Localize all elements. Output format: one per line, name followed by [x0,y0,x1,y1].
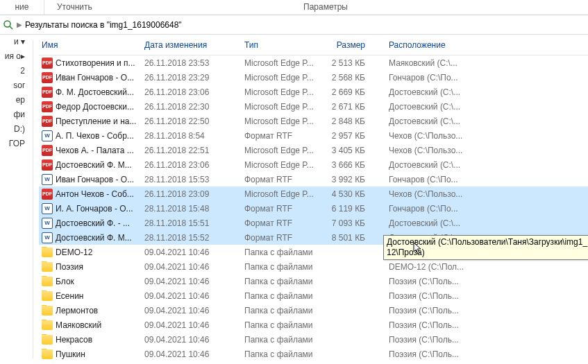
ribbon-tabs: ние Уточнить Параметры [0,0,588,15]
file-loc: Поэзия (C:\Поль... [372,306,588,315]
file-type: Microsoft Edge P... [239,146,322,155]
list-item[interactable]: Достоевский Ф. М...26.11.2018 23:06Micro… [39,157,588,172]
col-size[interactable]: Размер [322,40,372,55]
splitter[interactable] [28,35,39,364]
file-type: Формат RTF [239,204,322,214]
file-type: Microsoft Edge P... [239,189,322,199]
rtf-icon [42,130,53,141]
folder-icon [42,306,53,315]
list-item[interactable]: Ф. М. Достоевский...26.11.2018 23:06Micr… [39,85,588,99]
file-type: Microsoft Edge P... [239,116,322,126]
file-name: Преступление и на... [56,116,136,126]
file-type: Microsoft Edge P... [239,102,322,112]
sidebar-item[interactable]: фи [0,107,28,122]
file-loc: Чехов (C:\Пользо... [372,131,588,141]
file-size: 4 530 КБ [322,189,372,199]
list-item[interactable]: Пушкин09.04.2021 10:46Папка с файламиПоэ… [39,347,588,361]
file-name: Лермонтов [56,306,98,315]
file-name: Иван Гончаров - О... [56,73,134,83]
col-name[interactable]: Имя [39,40,139,55]
file-size: 2 848 КБ [322,116,372,126]
pdf-icon [42,159,53,171]
pdf-icon [42,101,53,112]
list-item[interactable]: Иван Гончаров - О...26.11.2018 23:29Micr… [39,70,588,85]
col-location[interactable]: Расположение [372,40,588,55]
file-size: 2 957 КБ [322,131,372,141]
address-bar[interactable]: ▶ Результаты поиска в "img1_1619006648" [0,15,588,35]
folder-icon [42,291,53,301]
docx-icon [42,203,53,214]
ribbon-tab-partial[interactable]: ние [0,0,44,15]
list-item[interactable]: Преступление и на...26.11.2018 22:50Micr… [39,114,588,128]
sidebar-item[interactable]: и ▾ [0,35,28,49]
file-name: Достоевский Ф. М... [56,160,132,170]
list-item[interactable]: Федор Достоевски...26.11.2018 22:30Micro… [39,99,588,114]
pdf-icon [42,87,53,98]
list-item[interactable]: Антон Чехов - Соб...26.11.2018 23:09Micr… [39,187,588,201]
sidebar-item[interactable]: D:) [0,122,28,137]
list-item[interactable]: А. П. Чехов - Собр...28.11.2018 8:54Форм… [39,128,588,143]
file-date: 28.11.2018 15:51 [139,218,239,228]
file-loc: Поэзия (C:\Поль... [372,335,588,345]
ribbon-tab-options[interactable]: Параметры [187,0,464,15]
folder-icon [42,349,53,359]
file-name: Стихотворения и п... [56,58,135,68]
pdf-icon [42,72,53,83]
file-list[interactable]: Имя Дата изменения Тип Размер Расположен… [39,35,588,364]
file-type: Папка с файлами [239,320,322,330]
file-name: Достоевский Ф. М... [56,233,132,243]
list-item[interactable]: И. А. Гончаров - О...28.11.2018 15:48Фор… [39,201,588,216]
file-loc: Чехов (C:\Пользо... [372,146,588,155]
list-item[interactable]: Иван Гончаров - О...28.11.2018 15:53Форм… [39,172,588,187]
ribbon-tab-refine[interactable]: Уточнить [44,0,187,15]
file-loc: DEMO-12 (C:\Пол... [372,262,588,272]
file-date: 26.11.2018 22:51 [139,146,239,155]
rtf-icon [42,174,53,185]
breadcrumb[interactable]: Результаты поиска в "img1_1619006648" [25,20,182,30]
file-date: 26.11.2018 23:06 [139,87,239,97]
folder-icon [42,262,53,272]
file-loc: Поэзия (C:\Поль... [372,320,588,330]
list-item[interactable]: Лермонтов09.04.2021 10:46Папка с файлами… [39,303,588,318]
col-date[interactable]: Дата изменения [139,40,239,55]
file-name: И. А. Гончаров - О... [56,204,133,214]
file-date: 09.04.2021 10:46 [139,349,239,359]
list-item[interactable]: Чехов А. - Палата ...26.11.2018 22:51Mic… [39,143,588,157]
file-type: Папка с файлами [239,262,322,272]
file-loc: Достоевский (C:\... [372,87,588,97]
list-item[interactable]: Некрасов09.04.2021 10:46Папка с файламиП… [39,332,588,347]
col-type[interactable]: Тип [239,40,322,55]
file-type: Формат RTF [239,233,322,243]
file-name: DEMO-12 [56,248,92,257]
file-date: 09.04.2021 10:46 [139,262,239,272]
list-item[interactable]: Маяковский09.04.2021 10:46Папка с файлам… [39,318,588,332]
file-date: 09.04.2021 10:46 [139,335,239,345]
folder-icon [42,320,53,330]
file-loc: Чехов (C:\Пользо... [372,189,588,199]
file-name: А. П. Чехов - Собр... [56,131,134,141]
sidebar-item[interactable]: ГОР [0,137,28,151]
sidebar-item[interactable]: ер [0,93,28,107]
file-type: Формат RTF [239,175,322,184]
list-item[interactable]: Поэзия09.04.2021 10:46Папка с файламиDEM… [39,259,588,274]
file-name: Антон Чехов - Соб... [56,189,134,199]
folder-icon [42,335,53,345]
file-type: Папка с файлами [239,335,322,345]
list-item[interactable]: Блок09.04.2021 10:46Папка с файламиПоэзи… [39,274,588,288]
sidebar-item[interactable]: 2 [0,64,28,78]
file-name: Маяковский [56,320,101,330]
file-date: 26.11.2018 22:30 [139,102,239,112]
list-item[interactable]: Достоевский Ф. - ...28.11.2018 15:51Форм… [39,216,588,230]
file-size: 3 666 КБ [322,160,372,170]
file-loc: Достоевский (C:\... [372,102,588,112]
list-item[interactable]: Стихотворения и п...26.11.2018 23:53Micr… [39,55,588,70]
sidebar-item[interactable]: ия о▸ [0,49,28,64]
file-date: 28.11.2018 8:54 [139,131,239,141]
list-item[interactable]: Есенин09.04.2021 10:46Папка с файламиПоэ… [39,288,588,303]
sidebar-item[interactable]: sor [0,78,28,93]
file-size: 2 568 КБ [322,73,372,83]
column-headers: Имя Дата изменения Тип Размер Расположен… [39,35,588,55]
file-size: 2 513 КБ [322,58,372,68]
file-name: Достоевский Ф. - ... [56,218,130,228]
nav-tree-partial[interactable]: и ▾ия о▸2sorерфиD:)ГОР [0,35,28,364]
